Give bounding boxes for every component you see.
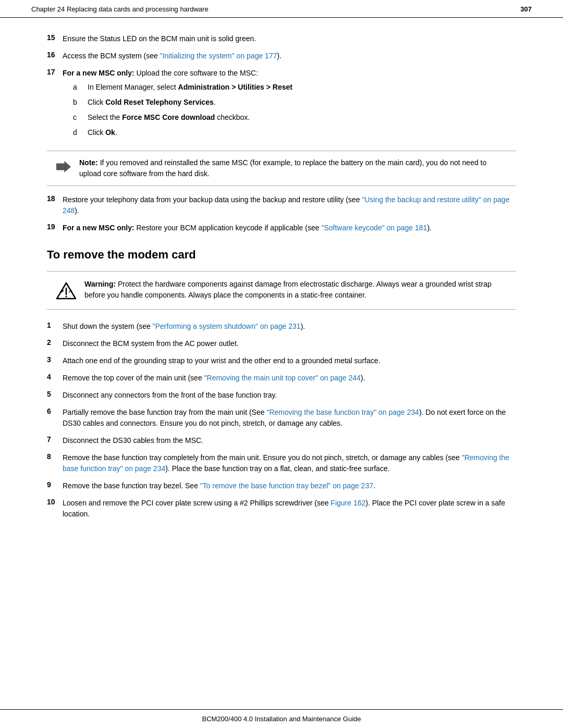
warning-box: Warning: Protect the hardware components… xyxy=(47,271,516,310)
step-17-substeps: a In Element Manager, select Administrat… xyxy=(63,82,516,138)
note-box: Note: If you removed and reinstalled the… xyxy=(47,151,516,186)
step-text-17d: Click Ok. xyxy=(88,127,516,138)
step-17b: b Click Cold Reset Telephony Services. xyxy=(63,97,516,108)
link-base-function-tray-2[interactable]: "Removing the base function tray" on pag… xyxy=(63,453,509,473)
step-text-16: Access the BCM system (see "Initializing… xyxy=(63,51,516,61)
triangle-shape xyxy=(56,282,76,300)
step-text-18: Restore your telephony data from your ba… xyxy=(63,194,516,216)
chapter-title: Chapter 24 Replacing data cards and proc… xyxy=(31,5,209,13)
step-text-3: Attach one end of the grounding strap to… xyxy=(63,355,516,366)
step-18: 18 Restore your telephony data from your… xyxy=(47,194,516,216)
warning-text: Warning: Protect the hardware components… xyxy=(84,279,508,301)
step-number-16: 16 xyxy=(47,51,63,59)
note-text: Note: If you removed and reinstalled the… xyxy=(79,157,508,179)
link-system-shutdown[interactable]: "Performing a system shutdown" on page 2… xyxy=(153,322,301,330)
step-number-1: 1 xyxy=(47,321,63,329)
step-text-6: Partially remove the base function tray … xyxy=(63,407,516,429)
step-number-9: 9 xyxy=(47,480,63,489)
step-text-5: Disconnect any connectors from the front… xyxy=(63,390,516,401)
link-figure-162[interactable]: Figure 162 xyxy=(331,499,365,507)
step-text-17a: In Element Manager, select Administratio… xyxy=(88,82,516,93)
step-17d: d Click Ok. xyxy=(63,127,516,138)
step-15: 15 Ensure the Status LED on the BCM main… xyxy=(47,33,516,44)
step-number-3: 3 xyxy=(47,355,63,364)
step-number-8: 8 xyxy=(47,452,63,461)
step-17a: a In Element Manager, select Administrat… xyxy=(63,82,516,93)
step-16: 16 Access the BCM system (see "Initializ… xyxy=(47,51,516,61)
step-number-17: 17 xyxy=(47,68,63,76)
step-number-4: 4 xyxy=(47,373,63,381)
step-text-2: Disconnect the BCM system from the AC po… xyxy=(63,338,516,349)
step-9: 9 Remove the base function tray bezel. S… xyxy=(47,480,516,491)
link-base-function-tray-bezel[interactable]: "To remove the base function tray bezel"… xyxy=(200,482,373,490)
page-content: 15 Ensure the Status LED on the BCM main… xyxy=(0,18,563,557)
step-5: 5 Disconnect any connectors from the fro… xyxy=(47,390,516,401)
step-text-7: Disconnect the DS30 cables from the MSC. xyxy=(63,435,516,446)
link-software-keycode[interactable]: "Software keycode" on page 181 xyxy=(321,224,427,232)
step-number-10: 10 xyxy=(47,498,63,506)
step-number-18: 18 xyxy=(47,194,63,203)
step-text-17c: Select the Force MSC Core download check… xyxy=(88,112,516,123)
page-number: 307 xyxy=(520,5,532,13)
link-initializing[interactable]: "Initializing the system" on page 177 xyxy=(160,52,277,60)
step-2: 2 Disconnect the BCM system from the AC … xyxy=(47,338,516,349)
step-text-17b: Click Cold Reset Telephony Services. xyxy=(88,97,516,108)
step-4: 4 Remove the top cover of the main unit … xyxy=(47,373,516,384)
footer-text: BCM200/400 4.0 Installation and Maintena… xyxy=(202,715,361,723)
step-number-15: 15 xyxy=(47,33,63,42)
step-number-2: 2 xyxy=(47,338,63,347)
step-text-8: Remove the base function tray completely… xyxy=(63,452,516,474)
step-letter-a: a xyxy=(73,82,88,93)
step-7: 7 Disconnect the DS30 cables from the MS… xyxy=(47,435,516,446)
step-1: 1 Shut down the system (see "Performing … xyxy=(47,321,516,332)
step-number-19: 19 xyxy=(47,223,63,231)
step-letter-b: b xyxy=(73,97,88,108)
step-text-15: Ensure the Status LED on the BCM main un… xyxy=(63,33,516,44)
step-number-7: 7 xyxy=(47,435,63,443)
step-text-10: Loosen and remove the PCI cover plate sc… xyxy=(63,498,516,520)
step-letter-d: d xyxy=(73,127,88,138)
step-text-9: Remove the base function tray bezel. See… xyxy=(63,480,516,491)
step-number-5: 5 xyxy=(47,390,63,398)
link-backup-restore[interactable]: "Using the backup and restore utility" o… xyxy=(63,195,509,215)
section-heading-modem: To remove the modem card xyxy=(47,248,516,262)
step-17c: c Select the Force MSC Core download che… xyxy=(63,112,516,123)
step-letter-c: c xyxy=(73,112,88,123)
step-text-1: Shut down the system (see "Performing a … xyxy=(63,321,516,332)
arrow-shape xyxy=(56,161,71,172)
step-3: 3 Attach one end of the grounding strap … xyxy=(47,355,516,366)
note-arrow-icon xyxy=(55,158,72,175)
svg-point-2 xyxy=(66,296,67,298)
link-top-cover[interactable]: "Removing the main unit top cover" on pa… xyxy=(204,374,361,382)
page-header: Chapter 24 Replacing data cards and proc… xyxy=(0,0,563,18)
step-text-19: For a new MSC only: Restore your BCM app… xyxy=(63,223,516,233)
warning-triangle-icon xyxy=(55,280,77,302)
page-footer: BCM200/400 4.0 Installation and Maintena… xyxy=(0,709,563,728)
page: Chapter 24 Replacing data cards and proc… xyxy=(0,0,563,728)
step-6: 6 Partially remove the base function tra… xyxy=(47,407,516,429)
step-10: 10 Loosen and remove the PCI cover plate… xyxy=(47,498,516,520)
step-19: 19 For a new MSC only: Restore your BCM … xyxy=(47,223,516,233)
step-text-4: Remove the top cover of the main unit (s… xyxy=(63,373,516,384)
link-base-function-tray-1[interactable]: "Removing the base function tray" on pag… xyxy=(266,408,419,416)
step-8: 8 Remove the base function tray complete… xyxy=(47,452,516,474)
step-number-6: 6 xyxy=(47,407,63,415)
step-17: 17 For a new MSC only: Upload the core s… xyxy=(47,68,516,142)
step-text-17: For a new MSC only: Upload the core soft… xyxy=(63,68,516,142)
